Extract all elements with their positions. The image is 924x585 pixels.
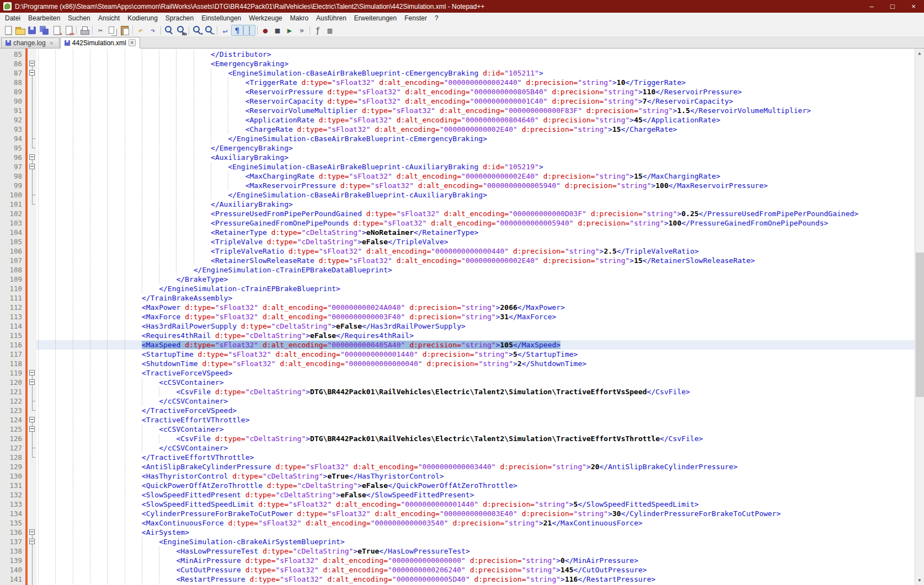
code-line-103[interactable]: <PressureGainedFromOnePipePounds d:type=… [36,218,915,228]
line-number[interactable]: 117 [9,350,22,359]
tab-change-log[interactable]: change.log× [1,37,60,48]
line-number[interactable]: 94 [14,134,22,143]
line-number[interactable]: 91 [14,106,22,115]
line-number[interactable]: 135 [9,518,22,528]
menu-item-suchen[interactable]: Suchen [64,13,94,24]
line-number[interactable]: 108 [9,265,22,275]
menu-item-sprachen[interactable]: Sprachen [162,13,197,24]
line-number[interactable]: 90 [14,96,22,106]
line-number[interactable]: 125 [9,425,22,434]
line-number[interactable]: 128 [9,453,22,462]
line-number[interactable]: 98 [14,171,22,181]
line-number[interactable]: 110 [9,284,22,293]
fold-collapse-icon[interactable] [29,529,35,535]
code-line-119[interactable]: <TractiveForceVSpeed> [36,368,915,378]
line-number[interactable]: 111 [9,293,22,303]
line-number[interactable]: 99 [14,181,22,190]
minimize-button[interactable]: – [861,0,882,13]
code-area[interactable]: </Distributor> <EmergencyBraking> <Engin… [36,49,915,585]
code-line-95[interactable]: </EmergencyBraking> [36,143,915,153]
code-line-114[interactable]: <Has3rdRailPowerSupply d:type="cDeltaStr… [36,321,915,331]
menu-item-erweiterungen[interactable]: Erweiterungen [350,13,400,24]
fold-collapse-icon[interactable] [29,164,35,169]
code-line-121[interactable]: <CsvFile d:type="cDeltaString">DTG\BR442… [36,387,915,396]
line-number[interactable]: 137 [9,537,22,546]
fold-collapse-icon[interactable] [29,379,35,385]
find-icon[interactable] [163,25,175,36]
line-number[interactable]: 123 [9,406,22,415]
code-line-135[interactable]: <MaxContinuousForce d:type="sFloat32" d:… [36,518,915,528]
replace-icon[interactable]: ab [175,25,187,36]
new-file-icon[interactable] [2,25,14,36]
code-line-113[interactable]: <MaxForce d:type="sFloat32" d:alt_encodi… [36,312,915,321]
line-number[interactable]: 101 [9,200,22,209]
line-number[interactable]: 95 [14,143,22,153]
maximize-button[interactable]: □ [882,0,903,13]
word-wrap-icon[interactable]: ↵ [219,25,231,36]
code-line-120[interactable]: <cCSVContainer> [36,378,915,387]
open-folder-icon[interactable] [14,25,26,36]
code-line-122[interactable]: </cCSVContainer> [36,396,915,406]
line-number[interactable]: 103 [9,218,22,228]
line-number[interactable]: 115 [9,331,22,340]
code-line-123[interactable]: </TractiveForceVSpeed> [36,406,915,415]
line-number[interactable]: 105 [9,237,22,246]
code-line-137[interactable]: <EngineSimulation-cBrakeAirSystemBluepri… [36,537,915,546]
line-number[interactable]: 119 [9,368,22,378]
fold-collapse-icon[interactable] [29,370,35,375]
code-line-91[interactable]: <ReservoirVolumeMultiplier d:type="sFloa… [36,106,915,115]
line-number[interactable]: 88 [14,78,22,87]
line-number[interactable]: 104 [9,228,22,237]
close-tab-icon[interactable]: × [48,40,55,47]
code-line-96[interactable]: <AuxiliaryBraking> [36,153,915,162]
code-line-124[interactable]: <TractiveEffortVThrottle> [36,415,915,425]
code-line-116[interactable]: <MaxSpeed d:type="sFloat32" d:alt_encodi… [36,340,915,350]
code-line-141[interactable]: <RestartPressure d:type="sFloat32" d:alt… [36,575,915,584]
close-tab-icon[interactable]: × [129,39,136,46]
print-icon[interactable] [78,25,90,36]
code-line-138[interactable]: <HasLowPressureTest d:type="cDeltaString… [36,546,915,556]
line-number[interactable]: 102 [9,209,22,218]
zoom-out-icon[interactable]: − [203,25,215,36]
line-number[interactable]: 134 [9,509,22,518]
line-number[interactable]: 114 [9,321,22,331]
code-line-118[interactable]: <ShutdownTime d:type="sFloat32" d:alt_en… [36,359,915,368]
code-line-140[interactable]: <CutOutPressure d:type="sFloat32" d:alt_… [36,565,915,575]
tab-442simulation-xml[interactable]: 442Simulation.xml× [60,37,140,49]
close-button[interactable]: × [903,0,924,13]
line-number[interactable]: 118 [9,359,22,368]
code-line-97[interactable]: <EngineSimulation-cBaseAirBrakeBlueprint… [36,162,915,171]
undo-icon[interactable]: ↶ [135,25,147,36]
line-number[interactable]: 109 [9,275,22,284]
line-number[interactable]: 136 [9,528,22,537]
menu-item-ansicht[interactable]: Ansicht [94,13,124,24]
scroll-down-icon[interactable]: ▼ [915,576,924,585]
paste-icon[interactable] [119,25,131,36]
scrollbar-thumb[interactable] [916,253,924,398]
indent-guide-icon[interactable]: ┆ [243,25,255,36]
code-line-104[interactable]: <RetainerType d:type="cDeltaString">eNoR… [36,228,915,237]
code-line-117[interactable]: <StartupTime d:type="sFloat32" d:alt_enc… [36,350,915,359]
line-number[interactable]: 86 [14,59,22,68]
line-number[interactable]: 93 [14,125,22,134]
fold-collapse-icon[interactable] [29,154,35,160]
code-line-89[interactable]: <ReservoirPressure d:type="sFloat32" d:a… [36,87,915,96]
menu-item-einstellungen[interactable]: Einstellungen [197,13,245,24]
code-line-131[interactable]: <QuickPowerOffAtZeroThrottle d:type="cDe… [36,481,915,490]
close-all-icon[interactable]: ×× [62,25,74,36]
line-number[interactable]: 97 [14,162,22,171]
line-number[interactable]: 106 [9,246,22,256]
close-file-icon[interactable]: × [50,25,62,36]
code-line-92[interactable]: <ApplicationRate d:type="sFloat32" d:alt… [36,115,915,125]
code-line-109[interactable]: </BrakeType> [36,275,915,284]
menu-item-datei[interactable]: Datei [1,13,24,24]
menu-item-help[interactable]: ? [431,13,442,24]
code-line-125[interactable]: <cCSVContainer> [36,425,915,434]
menu-item-werkzeuge[interactable]: Werkzeuge [245,13,286,24]
menu-item-makro[interactable]: Makro [286,13,312,24]
play-macro-icon[interactable]: ▶ [284,25,296,36]
line-number[interactable]: 129 [9,462,22,471]
menu-item-ausfuhren[interactable]: Ausführen [312,13,350,24]
code-line-136[interactable]: <AirSystem> [36,528,915,537]
code-line-132[interactable]: <SlowSpeedFittedPresent d:type="cDeltaSt… [36,490,915,500]
